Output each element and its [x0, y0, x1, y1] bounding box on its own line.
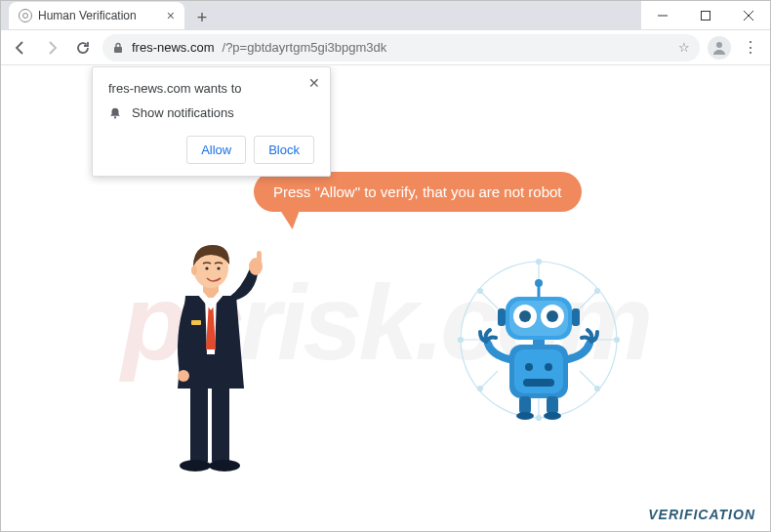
tab-strip: Human Verification × + [1, 1, 641, 29]
svg-rect-30 [514, 349, 563, 393]
url-host: fres-news.com [132, 40, 215, 55]
back-button[interactable] [9, 36, 32, 60]
permission-title: fres-news.com wants to [108, 81, 314, 96]
svg-point-40 [547, 310, 558, 322]
kebab-menu-icon[interactable]: ⋮ [739, 36, 762, 60]
browser-window: Human Verification × + fres-news.com/?p=… [0, 0, 771, 532]
svg-rect-43 [498, 308, 506, 326]
svg-rect-7 [190, 384, 208, 462]
svg-point-26 [595, 289, 600, 294]
svg-rect-33 [523, 379, 554, 387]
profile-avatar[interactable] [708, 36, 731, 60]
toolbar: fres-news.com/?p=gbtdayrtgm5gi3bpgm3dk ☆… [1, 30, 770, 65]
address-bar[interactable]: fres-news.com/?p=gbtdayrtgm5gi3bpgm3dk ☆ [102, 34, 700, 61]
svg-point-21 [459, 338, 464, 343]
svg-point-39 [519, 310, 531, 322]
svg-rect-19 [191, 320, 201, 325]
svg-point-10 [209, 460, 240, 471]
permission-row: Show notifications [108, 105, 314, 120]
svg-point-24 [537, 416, 542, 421]
svg-rect-45 [519, 396, 531, 414]
svg-point-48 [544, 412, 561, 420]
svg-point-32 [545, 363, 552, 371]
browser-tab[interactable]: Human Verification × [9, 2, 184, 29]
bubble-text: Press "Allow" to verify, that you are no… [273, 184, 562, 200]
svg-point-42 [535, 279, 543, 287]
close-icon[interactable]: ✕ [308, 75, 320, 91]
svg-point-27 [478, 387, 483, 391]
svg-point-23 [537, 260, 542, 265]
svg-point-5 [716, 42, 722, 48]
viewport: pcrisk.com ✕ fres-news.com wants to Show… [2, 66, 769, 530]
svg-rect-8 [212, 384, 229, 462]
url-path: /?p=gbtdayrtgm5gi3bpgm3dk [223, 40, 387, 55]
reload-button[interactable] [71, 36, 95, 60]
svg-point-17 [205, 266, 208, 269]
svg-point-25 [478, 289, 483, 294]
permission-row-label: Show notifications [132, 105, 234, 120]
close-tab-icon[interactable]: × [167, 8, 175, 23]
svg-point-6 [114, 116, 116, 118]
bookmark-icon[interactable]: ☆ [678, 40, 690, 55]
window-controls [641, 1, 770, 29]
tab-title: Human Verification [38, 9, 137, 22]
svg-point-11 [178, 370, 189, 382]
svg-point-47 [516, 412, 534, 420]
svg-point-28 [595, 387, 600, 391]
svg-point-31 [525, 363, 533, 371]
svg-rect-46 [547, 396, 558, 414]
forward-button[interactable] [40, 36, 63, 60]
svg-rect-4 [114, 47, 122, 53]
titlebar: Human Verification × + [1, 1, 770, 30]
svg-rect-44 [572, 308, 580, 326]
maximize-button[interactable] [684, 1, 727, 30]
robot-illustration [441, 242, 636, 437]
close-button[interactable] [727, 1, 770, 30]
svg-point-9 [180, 460, 211, 471]
man-illustration [146, 227, 273, 476]
bell-icon [108, 106, 122, 120]
globe-icon [19, 9, 32, 22]
svg-rect-1 [702, 11, 710, 20]
allow-button[interactable]: Allow [186, 136, 246, 164]
speech-bubble: Press "Allow" to verify, that you are no… [254, 172, 582, 212]
svg-point-22 [615, 338, 620, 343]
permission-buttons: Allow Block [108, 136, 314, 164]
lock-icon [112, 42, 124, 54]
svg-point-18 [217, 266, 220, 269]
verification-label: VERIFICATION [648, 507, 755, 522]
block-button[interactable]: Block [254, 136, 314, 164]
new-tab-button[interactable]: + [190, 6, 214, 29]
minimize-button[interactable] [641, 1, 684, 30]
svg-point-16 [191, 266, 197, 275]
svg-rect-13 [257, 251, 262, 266]
notification-permission-popup: ✕ fres-news.com wants to Show notificati… [92, 66, 331, 177]
